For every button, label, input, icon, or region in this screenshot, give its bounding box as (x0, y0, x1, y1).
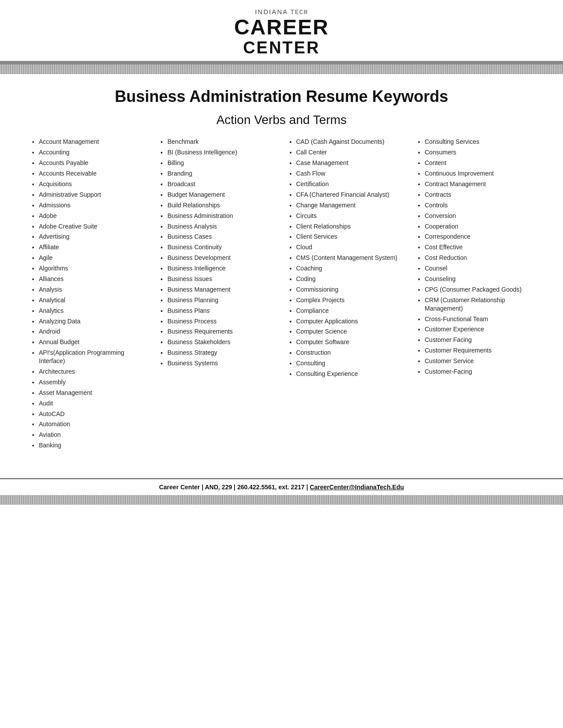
list-item: Business Administration (167, 212, 275, 220)
list-item: Banking (39, 441, 146, 450)
list-item: Billing (167, 159, 275, 167)
list-item: Build Relationships (167, 201, 275, 210)
list-item: Consumers (425, 148, 532, 157)
list-item: Computer Applications (296, 317, 404, 326)
list-item: CAD (Cash Against Documents) (296, 138, 404, 146)
list-item: Adobe (39, 212, 146, 220)
column-3: CAD (Cash Against Documents)Call CenterC… (284, 138, 408, 452)
list-item: Benchmark (167, 138, 275, 146)
list-item: AutoCAD (39, 410, 146, 418)
list-item: Analysis (39, 285, 146, 294)
list-item: Cash Flow (296, 169, 404, 178)
list-item: Analyzing Data (39, 317, 146, 326)
list-item: Cross-Functional Team (425, 315, 532, 323)
list-item: Algorithms (39, 264, 146, 273)
list-item: Coding (296, 275, 404, 283)
list-item: Business Issues (167, 275, 275, 283)
list-item: Asset Management (39, 389, 146, 397)
list-item: Assembly (39, 378, 146, 387)
list-item: Affiliate (39, 243, 146, 251)
list-item: Business Plans (167, 307, 275, 315)
list-item: Circuits (296, 212, 404, 220)
list-item: Audit (39, 399, 146, 408)
list-item: Business Intelligence (167, 264, 275, 273)
list-item: Android (39, 327, 146, 336)
header: INDIANA TECH CAREER CENTER (0, 0, 563, 64)
list-item: Computer Software (296, 338, 404, 346)
list-item: Annual Budget (39, 338, 146, 346)
list-item: Business Cases (167, 233, 275, 241)
list-item: Branding (167, 169, 275, 178)
list-item: Business Analysis (167, 222, 275, 231)
list-item: Customer-Facing (425, 368, 532, 376)
list-item: Automation (39, 420, 146, 428)
list-item: Conversion (425, 212, 532, 220)
list-item: Client Services (296, 233, 404, 241)
list-item: Cloud (296, 243, 404, 251)
list-item: Content (425, 159, 532, 167)
list-item: Cost Reduction (425, 254, 532, 262)
list-item: Controls (425, 201, 532, 210)
list-item: Contract Management (425, 180, 532, 188)
center-label: CENTER (0, 38, 563, 57)
list-item: CPG (Consumer Packaged Goods) (425, 285, 532, 294)
list-item: Alliances (39, 275, 146, 283)
decorative-bar-bottom (0, 495, 563, 505)
list-item: Advertising (39, 233, 146, 241)
footer-career-center: Career Center | AND, 229 | 260.422.5561,… (159, 484, 310, 491)
career-label: CAREER (0, 16, 563, 38)
list-item: Business Requirements (167, 327, 275, 336)
list-item: CFA (Chartered Financial Analyst) (296, 191, 404, 199)
list-item: Aviation (39, 431, 146, 439)
list-item: Computer Science (296, 327, 404, 336)
list-item: Customer Facing (425, 336, 532, 344)
list-item: Consulting Experience (296, 370, 404, 378)
list-item: Consulting (296, 359, 404, 368)
list-item: Case Management (296, 159, 404, 167)
list-item: Business Systems (167, 359, 275, 368)
list-item: Admissions (39, 201, 146, 210)
list-item: Customer Requirements (425, 346, 532, 355)
list-item: Customer Service (425, 357, 532, 365)
list-item: Accounts Receivable (39, 169, 146, 178)
list-item: Accounts Payable (39, 159, 146, 167)
list-item: Business Development (167, 254, 275, 262)
list-item: Business Stakeholders (167, 338, 275, 346)
list-item: Business Planning (167, 296, 275, 304)
list-item: Consulting Services (425, 138, 532, 146)
list-item: Business Management (167, 285, 275, 294)
list-item: Business Continuity (167, 243, 275, 251)
list-item: Business Process (167, 317, 275, 326)
list-item: CMS (Content Management System) (296, 254, 404, 262)
list-item: Certification (296, 180, 404, 188)
list-item: Call Center (296, 148, 404, 157)
list-item: Budget Management (167, 191, 275, 199)
list-item: Client Relationships (296, 222, 404, 231)
list-item: Cooperation (425, 222, 532, 231)
list-item: Coaching (296, 264, 404, 273)
column-1: Account ManagementAccountingAccounts Pay… (26, 138, 151, 452)
column-2: BenchmarkBI (Business Intelligence)Billi… (155, 138, 279, 452)
list-item: Broadcast (167, 180, 275, 188)
list-item: Change Management (296, 201, 404, 210)
list-item: CRM (Customer Relationship Management) (425, 296, 532, 313)
list-item: API's(Application Programming Interface) (39, 349, 146, 365)
decorative-bar-top (0, 64, 563, 74)
section-title: Action Verbs and Terms (26, 113, 537, 127)
list-item: Compliance (296, 307, 404, 315)
list-item: Business Strategy (167, 349, 275, 357)
footer-email[interactable]: CareerCenter@IndianaTech.Edu (310, 484, 404, 491)
list-item: Correspondence (425, 233, 532, 241)
page-title: Business Administration Resume Keywords (26, 87, 537, 106)
list-item: Analytical (39, 296, 146, 304)
keywords-grid: Account ManagementAccountingAccounts Pay… (26, 138, 537, 452)
list-item: Construction (296, 349, 404, 357)
list-item: Customer Experience (425, 325, 532, 334)
column-4: Consulting ServicesConsumersContentConti… (412, 138, 537, 452)
list-item: Account Management (39, 138, 146, 146)
list-item: BI (Business Intelligence) (167, 148, 275, 157)
list-item: Commissioning (296, 285, 404, 294)
list-item: Agile (39, 254, 146, 262)
list-item: Complex Projects (296, 296, 404, 304)
list-item: Acquisitions (39, 180, 146, 188)
